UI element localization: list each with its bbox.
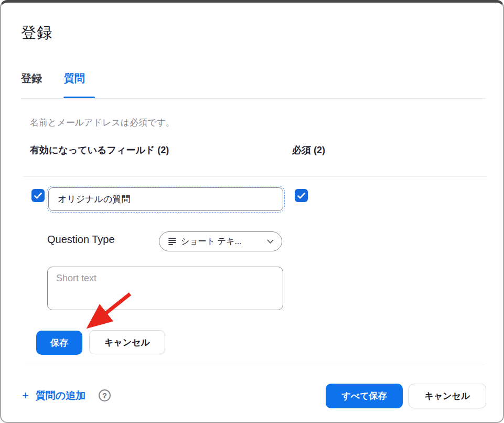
required-checkbox[interactable] [295,189,308,202]
tabs-divider [21,98,486,99]
enabled-checkbox[interactable] [31,189,45,202]
footer-divider [26,365,485,365]
save-button[interactable]: 保存 [36,331,82,355]
checkmark-icon [297,193,305,199]
question-type-selected-value: ショート テキ... [181,236,262,247]
question-type-label: Question Type [47,234,115,246]
cancel-all-button[interactable]: キャンセル [409,384,486,408]
tab-questions[interactable]: 質問 [64,71,85,86]
required-fields-note: 名前とメールアドレスは必須です。 [30,117,175,129]
plus-icon: + [22,390,29,401]
help-icon[interactable]: ? [99,389,111,401]
short-text-icon [168,238,176,245]
dialog-title: 登録 [21,23,52,44]
add-question-link[interactable]: + 質問の追加 [22,389,85,403]
save-all-button[interactable]: すべて保存 [326,384,403,408]
chevron-down-icon [267,239,274,244]
question-title-input[interactable] [48,187,283,211]
column-header-required: 必須 (2) [292,144,325,156]
tab-registration[interactable]: 登録 [21,71,42,86]
add-question-label: 質問の追加 [36,389,85,403]
cancel-button[interactable]: キャンセル [89,330,165,354]
registration-dialog: 登録 登録 質問 名前とメールアドレスは必須です。 有効になっているフィールド … [0,0,504,423]
question-type-dropdown[interactable]: ショート テキ... [159,231,282,251]
answer-preview-textarea[interactable] [47,267,283,310]
checkmark-icon [34,193,42,199]
header-divider [23,176,486,177]
question-mark-glyph: ? [102,392,107,400]
column-header-enabled-fields: 有効になっているフィールド (2) [30,144,169,156]
